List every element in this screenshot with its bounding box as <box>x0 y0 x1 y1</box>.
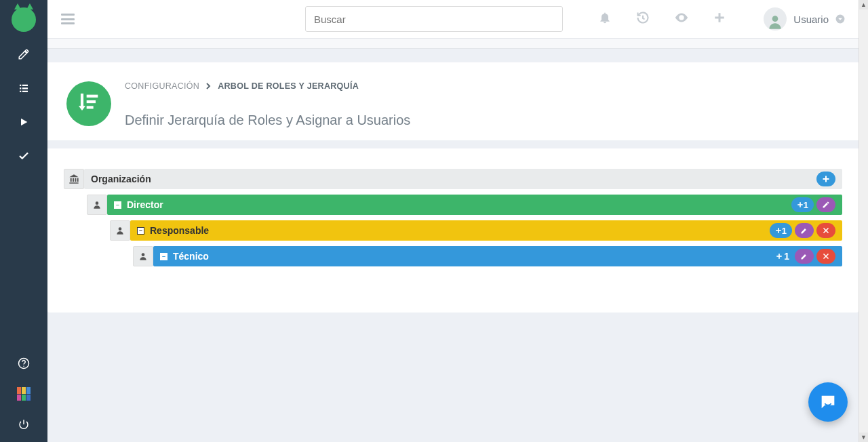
svg-point-15 <box>119 227 122 230</box>
main-content: CONFIGURACIÓN ARBOL DE ROLES Y JERARQUÍA… <box>47 49 859 442</box>
apps-icon[interactable] <box>17 387 31 401</box>
history-icon[interactable] <box>636 11 650 27</box>
svg-point-7 <box>23 365 24 367</box>
plus-icon[interactable] <box>713 12 726 26</box>
power-icon[interactable] <box>17 418 31 431</box>
chevron-down-icon <box>835 14 845 24</box>
play-icon[interactable] <box>17 115 31 129</box>
svg-rect-2 <box>20 87 21 89</box>
page-title: Definir Jerarquía de Roles y Asignar a U… <box>125 113 410 128</box>
tree-row-director: – Director 1 <box>64 195 842 215</box>
svg-point-16 <box>142 253 145 256</box>
scroll-up-icon[interactable]: ▲ <box>859 0 868 9</box>
user-label: Usuario <box>793 14 829 25</box>
svg-point-14 <box>96 201 99 205</box>
user-icon <box>87 195 107 215</box>
add-child-button[interactable]: 1 <box>773 251 792 262</box>
page-header-icon <box>66 81 111 126</box>
roles-tree-panel: Organización – Director 1 <box>47 148 859 313</box>
tree-row-responsable: – Responsable 1 <box>64 220 842 241</box>
user-menu[interactable]: Usuario <box>764 7 845 31</box>
tree-row-tecnico: – Técnico 1 <box>64 246 842 266</box>
chat-launcher[interactable] <box>808 382 848 422</box>
add-child-button[interactable]: 1 <box>770 223 792 238</box>
svg-rect-3 <box>22 87 28 89</box>
user-icon <box>110 220 130 241</box>
add-role-button[interactable] <box>816 172 835 186</box>
tree-row-organization: Organización <box>64 169 842 189</box>
search-input[interactable] <box>314 14 554 25</box>
avatar <box>764 7 787 31</box>
chevron-right-icon <box>206 83 211 89</box>
menu-toggle-icon[interactable] <box>61 14 75 24</box>
svg-rect-0 <box>20 85 21 86</box>
bell-icon[interactable] <box>598 11 612 27</box>
user-icon <box>133 246 153 266</box>
svg-rect-11 <box>87 95 98 98</box>
svg-rect-4 <box>20 91 21 92</box>
edit-button[interactable] <box>795 223 814 238</box>
breadcrumb: CONFIGURACIÓN ARBOL DE ROLES Y JERARQUÍA <box>125 81 410 91</box>
edit-button[interactable] <box>795 249 814 264</box>
eye-icon[interactable] <box>674 10 689 28</box>
breadcrumb-current: ARBOL DE ROLES Y JERARQUÍA <box>218 81 359 91</box>
svg-rect-12 <box>87 100 96 103</box>
search-input-wrap[interactable] <box>305 6 563 32</box>
delete-button[interactable] <box>816 223 835 238</box>
app-logo[interactable] <box>7 3 41 37</box>
left-sidebar <box>0 0 47 442</box>
collapse-toggle[interactable]: – <box>137 227 144 235</box>
sub-header-strip <box>47 38 859 49</box>
tree-node-label: Responsable <box>150 225 209 236</box>
list-icon[interactable] <box>17 81 31 95</box>
tree-node-label: Técnico <box>173 251 209 262</box>
collapse-toggle[interactable]: – <box>160 253 167 260</box>
svg-point-9 <box>772 16 778 22</box>
svg-rect-13 <box>87 106 94 108</box>
svg-rect-5 <box>22 91 28 92</box>
help-icon[interactable] <box>17 357 31 370</box>
topbar: Usuario <box>47 0 859 38</box>
compose-icon[interactable] <box>17 47 31 61</box>
tree-node-label: Director <box>127 199 163 210</box>
svg-point-8 <box>680 16 683 19</box>
check-icon[interactable] <box>17 149 31 163</box>
breadcrumb-parent[interactable]: CONFIGURACIÓN <box>125 81 199 91</box>
tree-root-label: Organización <box>91 174 151 184</box>
svg-rect-1 <box>22 85 28 86</box>
institution-icon <box>64 169 84 189</box>
collapse-toggle[interactable]: – <box>114 201 121 209</box>
delete-button[interactable] <box>816 249 835 264</box>
scroll-down-icon[interactable]: ▼ <box>859 433 868 442</box>
edit-button[interactable] <box>816 197 835 212</box>
add-child-button[interactable]: 1 <box>791 197 814 212</box>
vertical-scrollbar[interactable]: ▲ ▼ <box>859 0 868 442</box>
page-header: CONFIGURACIÓN ARBOL DE ROLES Y JERARQUÍA… <box>47 62 859 140</box>
